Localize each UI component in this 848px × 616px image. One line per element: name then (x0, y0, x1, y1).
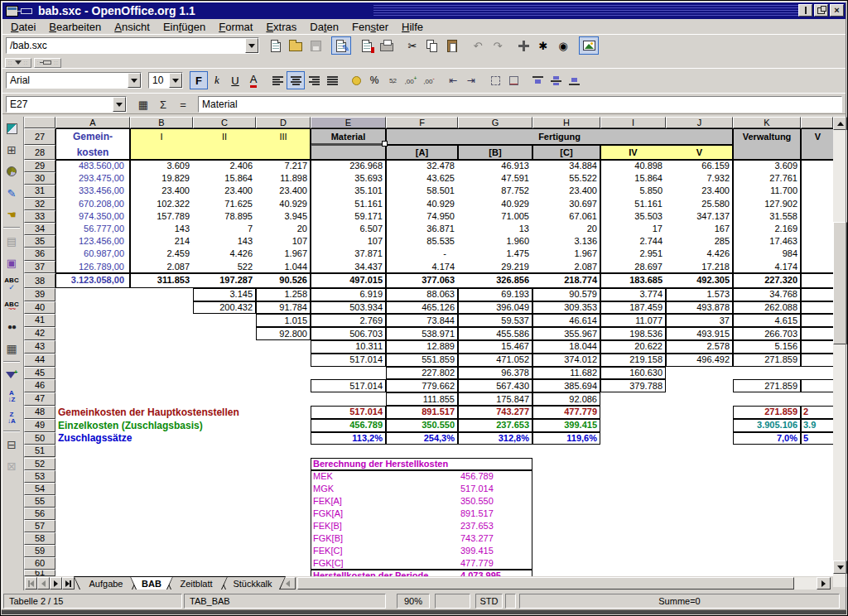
cell-H44[interactable]: 374.012 (532, 354, 600, 367)
toolbar-collapse-button[interactable]: ∷∷ (5, 58, 31, 68)
cut-icon[interactable]: ✂ (402, 36, 422, 55)
cell-E27[interactable]: Material (311, 128, 386, 145)
cell-F29[interactable]: 32.478 (386, 160, 458, 172)
cell-E58[interactable]: FGK[B] (311, 532, 458, 545)
cell-C27[interactable]: II (193, 128, 256, 145)
save-icon[interactable] (306, 36, 325, 55)
navigator-icon[interactable] (513, 36, 533, 55)
cell-G50[interactable]: 312,8% (458, 432, 532, 445)
vertical-scroll-thumb[interactable] (833, 222, 847, 344)
row-header-27[interactable]: 27 (24, 128, 55, 145)
cell-F43[interactable]: 12.889 (386, 340, 458, 354)
row-header-42[interactable]: 42 (24, 327, 55, 340)
cell-F34[interactable]: 36.871 (386, 223, 458, 235)
data-sources-icon[interactable]: ▦ (2, 339, 22, 359)
row-header-41[interactable]: 41 (24, 314, 55, 327)
cell-J37[interactable]: 17.218 (666, 261, 733, 273)
stylist-icon[interactable]: ▣ (2, 253, 22, 272)
cell-K46[interactable]: 271.859 (733, 379, 801, 392)
cell-D27[interactable]: III (256, 128, 311, 145)
cell-J41[interactable]: 37 (666, 314, 733, 327)
decrease-indent-button[interactable]: ⇤ (444, 71, 462, 89)
cell-J31[interactable]: 23.400 (666, 185, 733, 197)
cell-F40[interactable]: 465.126 (386, 301, 458, 315)
row-header-49[interactable]: 49 (24, 419, 55, 432)
cell-A27[interactable]: Gemein- (55, 128, 130, 145)
cell-G42[interactable]: 455.586 (458, 327, 532, 340)
cell-C31[interactable]: 23.400 (193, 185, 256, 197)
cell-B30[interactable]: 19.829 (130, 172, 193, 185)
redo-icon[interactable]: ↷ (488, 36, 508, 55)
cell-E30[interactable]: 35.693 (311, 172, 386, 185)
cell-F49[interactable]: 350.550 (386, 419, 458, 432)
cell-G58[interactable]: 743.277 (458, 532, 532, 545)
first-sheet-icon[interactable] (25, 577, 37, 590)
cell-H29[interactable]: 34.884 (532, 160, 600, 172)
row-header-37[interactable]: 37 (24, 261, 55, 273)
close-button[interactable]: × (830, 4, 844, 17)
cell-L49[interactable]: 3.9 (801, 419, 833, 432)
group-icon[interactable]: ⊟ (2, 435, 22, 455)
new-document-icon[interactable] (266, 36, 286, 55)
cell-E40[interactable]: 503.934 (311, 301, 386, 315)
cell-G60[interactable]: 477.779 (458, 557, 532, 570)
cell-A35[interactable]: 123.456,00 (55, 235, 130, 248)
zoom-indicator[interactable]: 90% (397, 594, 430, 609)
copy-icon[interactable] (422, 36, 442, 55)
cell-G57[interactable]: 237.653 (458, 520, 532, 532)
cell-E37[interactable]: 34.437 (311, 261, 386, 273)
cell-K38[interactable]: 227.320 (733, 273, 801, 288)
row-header-44[interactable]: 44 (24, 354, 55, 367)
cell-F28[interactable]: [A] (386, 145, 458, 160)
column-header-K[interactable]: K (733, 117, 801, 128)
cell-A38[interactable]: 3.123.058,00 (55, 273, 130, 288)
cell-E50[interactable]: 113,2% (311, 432, 386, 445)
sum-icon[interactable]: Σ (153, 96, 173, 113)
cell-C33[interactable]: 78.895 (193, 210, 256, 223)
cell-A30[interactable]: 293.475,00 (55, 172, 130, 185)
background-color-button[interactable] (504, 71, 523, 89)
cell-E36[interactable]: 37.871 (311, 248, 386, 260)
underline-button[interactable]: U (226, 71, 244, 89)
cell-C38[interactable]: 197.287 (193, 273, 256, 288)
cell-D37[interactable]: 1.044 (256, 261, 311, 273)
currency-format-button[interactable] (347, 71, 365, 89)
form-functions-icon[interactable]: ☚ (2, 205, 22, 224)
cell-G44[interactable]: 471.052 (458, 354, 532, 367)
row-header-32[interactable]: 32 (24, 198, 55, 210)
find-icon[interactable]: ●● (2, 317, 22, 337)
column-header-D[interactable]: D (256, 117, 311, 128)
font-size-combobox[interactable]: 10 (148, 72, 183, 89)
standard-format-button[interactable]: 5,2 (383, 71, 402, 89)
cell-I34[interactable]: 17 (600, 223, 666, 235)
cell-D42[interactable]: 92.800 (256, 327, 311, 340)
cell-H40[interactable]: 309.353 (532, 301, 600, 315)
cell-C35[interactable]: 143 (193, 235, 256, 248)
cell-D33[interactable]: 3.945 (256, 210, 311, 223)
cell-I41[interactable]: 11.077 (600, 314, 666, 327)
cell-B33[interactable]: 157.789 (130, 210, 193, 223)
insert-special-icon[interactable]: ▤ (2, 231, 22, 251)
add-decimal-button[interactable]: ,00+ (402, 71, 420, 89)
horizontal-scroll-thumb[interactable] (297, 577, 794, 590)
cell-G47[interactable]: 175.847 (458, 392, 532, 406)
cell-A29[interactable]: 483.560,00 (55, 160, 130, 172)
cell-G45[interactable]: 96.378 (458, 367, 532, 380)
draw-functions-icon[interactable]: ✎ (2, 183, 22, 203)
align-vcenter-button[interactable] (547, 71, 565, 89)
sort-descending-icon[interactable]: Z↓A (2, 408, 22, 428)
cell-G43[interactable]: 15.467 (458, 340, 532, 354)
sheet-tab-aufgabe[interactable]: Aufgabe (74, 576, 138, 590)
cell-J30[interactable]: 7.932 (666, 172, 733, 185)
align-left-button[interactable] (268, 71, 287, 89)
cell-H47[interactable]: 92.086 (532, 392, 600, 406)
cell-E41[interactable]: 2.769 (311, 314, 386, 327)
column-header-J[interactable]: J (666, 117, 733, 128)
font-name-value[interactable]: Arial (7, 75, 128, 86)
row-header-60[interactable]: 60 (24, 557, 55, 570)
cell-D40[interactable]: 91.784 (256, 301, 311, 315)
edit-file-icon[interactable]: ✎ (331, 36, 351, 55)
cell-J42[interactable]: 493.915 (666, 327, 733, 340)
row-header-54[interactable]: 54 (24, 483, 55, 495)
italic-button[interactable]: k (208, 71, 226, 89)
